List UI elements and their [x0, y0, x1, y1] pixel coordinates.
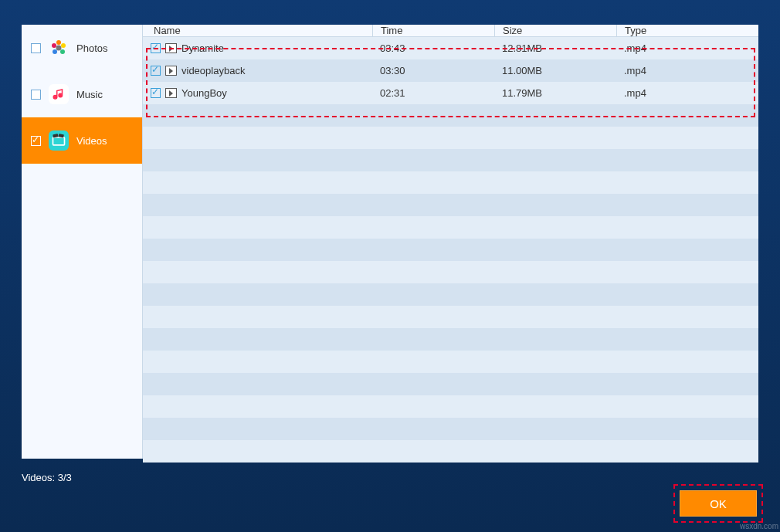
table-row[interactable]: videoplayback03:3011.00MB.mp4: [143, 59, 758, 82]
cell-size: 12.81MB: [494, 42, 616, 54]
table-row-empty: [143, 418, 758, 440]
table-row-empty: [143, 149, 758, 171]
table-row-empty: [143, 261, 758, 283]
table-row[interactable]: YoungBoy02:3111.79MB.mp4: [143, 82, 758, 104]
table-row-empty: [143, 440, 758, 463]
sidebar-item-label: Videos: [76, 135, 107, 147]
svg-point-4: [53, 49, 57, 54]
svg-point-5: [52, 43, 56, 48]
music-icon: [49, 84, 69, 104]
cell-name: videoplayback: [181, 65, 245, 76]
videos-icon: [49, 130, 69, 151]
file-list: Name Time Size Type Dynamite03:4312.81MB…: [142, 25, 758, 459]
watermark: wsxdn.com: [740, 522, 778, 530]
cell-name: Dynamite: [181, 42, 224, 54]
table-row-empty: [143, 395, 758, 418]
ok-button[interactable]: OK: [680, 490, 757, 517]
table-body: Dynamite03:4312.81MB.mp4videoplayback03:…: [143, 37, 758, 463]
row-checkbox[interactable]: [151, 43, 161, 53]
cell-type: .mp4: [616, 42, 758, 54]
checkbox-music[interactable]: [31, 90, 41, 100]
status-text: Videos: 3/3: [22, 472, 72, 483]
cell-size: 11.79MB: [494, 87, 616, 99]
sidebar: Photos Music Videos: [22, 25, 142, 459]
table-row-empty: [143, 194, 758, 216]
cell-time: 03:43: [372, 42, 494, 54]
svg-point-3: [60, 49, 65, 54]
table-row-empty: [143, 171, 758, 194]
table-row-empty: [143, 104, 758, 127]
table-row-empty: [143, 373, 758, 395]
svg-point-8: [59, 94, 62, 97]
table-row-empty: [143, 283, 758, 306]
cell-type: .mp4: [616, 65, 758, 76]
col-size[interactable]: Size: [494, 25, 616, 36]
checkbox-videos[interactable]: [31, 136, 41, 146]
svg-point-1: [56, 40, 61, 45]
table-row-empty: [143, 351, 758, 373]
svg-point-7: [54, 96, 57, 99]
table-row-empty: [143, 306, 758, 328]
sidebar-item-music[interactable]: Music: [22, 71, 142, 117]
svg-point-0: [56, 46, 62, 51]
content-panel: Photos Music Videos Name Time Size Type …: [22, 25, 758, 459]
cell-name: YoungBoy: [181, 87, 227, 99]
table-row-empty: [143, 127, 758, 149]
video-file-icon: [165, 66, 177, 76]
col-type[interactable]: Type: [616, 25, 758, 36]
cell-time: 03:30: [372, 65, 494, 76]
video-file-icon: [165, 43, 177, 53]
svg-rect-10: [53, 138, 63, 144]
cell-size: 11.00MB: [494, 65, 616, 76]
sidebar-item-label: Music: [76, 89, 103, 100]
sidebar-item-photos[interactable]: Photos: [22, 25, 142, 71]
video-file-icon: [165, 88, 177, 98]
sidebar-item-videos[interactable]: Videos: [22, 117, 142, 164]
svg-point-2: [61, 43, 66, 48]
col-name[interactable]: Name: [143, 25, 372, 36]
table-row-empty: [143, 239, 758, 261]
row-checkbox[interactable]: [151, 66, 161, 76]
row-checkbox[interactable]: [151, 88, 161, 98]
checkbox-photos[interactable]: [31, 43, 41, 53]
photos-icon: [49, 38, 69, 58]
sidebar-item-label: Photos: [76, 42, 107, 54]
cell-type: .mp4: [616, 87, 758, 99]
table-header: Name Time Size Type: [143, 25, 758, 37]
table-row-empty: [143, 216, 758, 239]
col-time[interactable]: Time: [372, 25, 494, 36]
table-row-empty: [143, 328, 758, 351]
cell-time: 02:31: [372, 87, 494, 99]
table-row[interactable]: Dynamite03:4312.81MB.mp4: [143, 37, 758, 59]
